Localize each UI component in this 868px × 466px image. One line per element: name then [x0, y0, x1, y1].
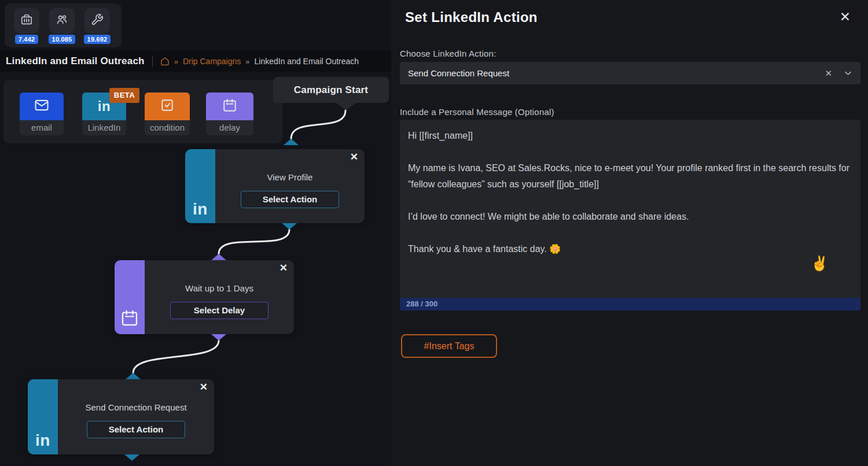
node-output-port[interactable] [282, 223, 297, 230]
close-icon[interactable]: ✕ [840, 9, 851, 25]
divider [152, 56, 153, 67]
top-stats-bar: 7.442 10.085 19.692 [0, 0, 391, 51]
calendar-icon [120, 309, 139, 330]
node-title: View Profile [215, 172, 365, 182]
character-counter: 288 / 300 [400, 298, 860, 310]
wrench-button[interactable] [84, 8, 110, 34]
beta-badge: BETA [109, 88, 139, 103]
toolbox-item-email[interactable]: email [20, 93, 64, 135]
action-select-label: Choose LinkedIn Action: [400, 49, 496, 58]
campaign-builder-area: 7.442 10.085 19.692 LinkedI [0, 0, 391, 466]
clear-icon[interactable]: ✕ [825, 68, 832, 79]
personal-message-textarea[interactable]: Hi [[first_name]] My name is Ivana, SEO … [400, 120, 860, 298]
node-input-port[interactable] [211, 254, 226, 260]
toolbox-item-label: condition [145, 120, 190, 135]
insert-tags-button[interactable]: #Insert Tags [401, 334, 497, 358]
delay-tile [206, 93, 253, 120]
toolbox-item-condition[interactable]: condition [145, 93, 190, 135]
node-send-connection-request[interactable]: in ✕ Send Connection Request Select Acti… [28, 379, 214, 454]
chevron-down-icon[interactable] [844, 69, 852, 77]
page-title: LinkedIn and Email Outreach [6, 56, 145, 67]
node-title: Send Connection Request [58, 402, 214, 412]
stat-badge: 7.442 [15, 35, 39, 44]
breadcrumb-separator: » [245, 57, 249, 66]
close-icon[interactable]: ✕ [350, 151, 358, 163]
node-sidebar: in [28, 379, 58, 454]
node-input-port[interactable] [284, 139, 299, 145]
select-action-button[interactable]: Select Action [241, 191, 339, 208]
stat-people: 10.085 [45, 8, 79, 44]
email-tile [20, 93, 64, 120]
toolbox-item-label: delay [206, 120, 253, 135]
node-title: Wait up to 1 Days [145, 283, 294, 293]
node-output-port[interactable] [124, 454, 139, 461]
briefcase-icon [20, 13, 33, 28]
users-icon [56, 13, 68, 28]
breadcrumb-separator: » [174, 57, 178, 66]
select-delay-button[interactable]: Select Delay [170, 302, 269, 319]
briefcase-button[interactable] [14, 8, 39, 34]
set-linkedin-action-panel: Set LinkedIn Action ✕ Choose LinkedIn Ac… [391, 0, 868, 466]
node-sidebar [115, 260, 145, 334]
home-icon[interactable] [160, 57, 170, 66]
toolbox-item-label: LinkedIn [82, 120, 126, 135]
close-icon[interactable]: ✕ [279, 262, 288, 274]
node-wait-delay[interactable]: ✕ Wait up to 1 Days Select Delay [115, 260, 294, 334]
breadcrumb-current: LinkedIn and Email Outreach [255, 57, 359, 66]
node-view-profile[interactable]: in ✕ View Profile Select Action [185, 149, 365, 223]
campaign-start-connector [336, 102, 356, 110]
breadcrumb: LinkedIn and Email Outreach » Drip Campa… [0, 51, 391, 72]
node-input-port[interactable] [126, 373, 141, 379]
campaign-start-node[interactable]: Campaign Start [273, 77, 389, 103]
node-sidebar: in [185, 149, 215, 223]
stat-badge: 10.085 [49, 35, 76, 44]
linkedin-icon: in [98, 98, 111, 114]
emoji-picker-button[interactable]: ✌️ [811, 256, 829, 271]
toolbox-item-label: email [20, 120, 64, 135]
toolbox-item-delay[interactable]: delay [206, 93, 253, 135]
select-action-button[interactable]: Select Action [87, 421, 185, 438]
condition-tile [145, 93, 190, 120]
linkedin-action-select[interactable]: Send Connection Request ✕ [400, 62, 860, 84]
panel-title: Set LinkedIn Action [405, 9, 538, 25]
message-label: Include a Personal Message (Optional) [400, 107, 554, 117]
stat-badge: 19.692 [84, 35, 111, 44]
linkedin-icon: in [35, 431, 50, 450]
flow-canvas[interactable]: email BETA in LinkedIn condition dela [0, 72, 391, 466]
node-output-port[interactable] [211, 334, 226, 341]
breadcrumb-link-drip-campaigns[interactable]: Drip Campaigns [183, 57, 241, 66]
stats-panel: 7.442 10.085 19.692 [5, 3, 122, 47]
check-square-icon [160, 98, 175, 115]
stat-tools: 19.692 [80, 8, 115, 44]
envelope-icon [34, 97, 50, 116]
users-button[interactable] [49, 8, 75, 34]
calendar-icon [222, 98, 237, 115]
linkedin-icon: in [193, 200, 208, 219]
selected-action-value: Send Connection Request [408, 68, 825, 78]
stat-contacts: 7.442 [9, 8, 44, 44]
close-icon[interactable]: ✕ [200, 381, 208, 393]
wrench-icon [91, 13, 104, 28]
